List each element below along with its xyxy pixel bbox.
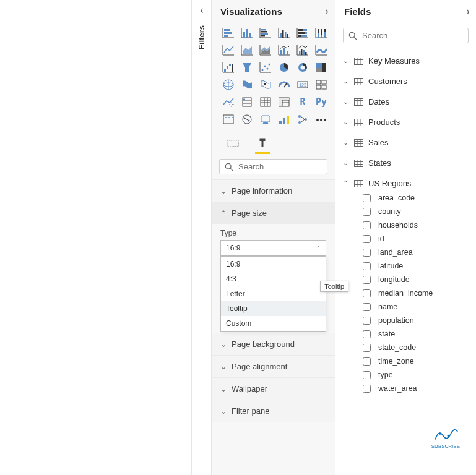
viz-funnel-icon[interactable] xyxy=(239,60,255,75)
format-search-input[interactable] xyxy=(238,162,342,171)
table-key-measures[interactable]: ⌄Key Measures xyxy=(335,53,476,69)
field-land_area[interactable]: land_area xyxy=(358,246,476,259)
viz-paginated-icon[interactable] xyxy=(220,112,236,127)
viz-map-icon[interactable] xyxy=(220,77,236,92)
viz-arcgis-icon[interactable] xyxy=(239,112,255,127)
viz-line-stacked-col-icon[interactable] xyxy=(276,43,292,58)
svg-rect-8 xyxy=(261,33,268,35)
viz-powerapps-icon[interactable] xyxy=(257,112,274,127)
format-search[interactable] xyxy=(219,159,327,174)
viz-gauge-icon[interactable] xyxy=(276,77,292,92)
fields-search-input[interactable] xyxy=(362,31,466,40)
viz-matrix-icon[interactable] xyxy=(276,95,292,109)
field-checkbox[interactable] xyxy=(363,235,371,243)
viz-multicard-icon[interactable] xyxy=(313,77,329,92)
viz-scatter-icon[interactable] xyxy=(257,60,274,75)
field-checkbox[interactable] xyxy=(363,303,371,311)
field-latitude[interactable]: latitude xyxy=(358,259,476,273)
page-information-section[interactable]: ⌄ Page information xyxy=(212,180,335,202)
viz-stacked-area-icon[interactable] xyxy=(257,43,274,58)
filters-expand-button[interactable]: ‹ xyxy=(200,4,202,17)
field-state_code[interactable]: state_code xyxy=(358,341,476,354)
viz-filled-map-icon[interactable] xyxy=(239,77,255,92)
field-checkbox[interactable] xyxy=(363,357,371,366)
field-type[interactable]: type xyxy=(358,368,476,382)
field-median_income[interactable]: median_income xyxy=(358,286,476,300)
field-checkbox[interactable] xyxy=(363,385,371,393)
wallpaper-section[interactable]: ⌄ Wallpaper xyxy=(212,378,335,400)
visualizations-collapse-button[interactable]: › xyxy=(326,5,328,18)
field-checkbox[interactable] xyxy=(363,317,371,325)
viz-treemap-icon[interactable] xyxy=(313,60,329,75)
viz-stacked-bar-icon[interactable] xyxy=(220,25,236,40)
field-checkbox[interactable] xyxy=(363,344,371,352)
field-longitude[interactable]: longitude xyxy=(358,273,476,286)
viz-decomp-icon[interactable] xyxy=(295,112,311,127)
field-checkbox[interactable] xyxy=(363,330,371,338)
table-customers[interactable]: ⌄Customers xyxy=(335,74,476,89)
filters-pane-label[interactable]: Filters xyxy=(197,25,206,49)
viz-qna-icon[interactable] xyxy=(313,112,329,127)
format-tab[interactable] xyxy=(254,134,271,152)
field-checkbox[interactable] xyxy=(363,249,371,257)
viz-line-icon[interactable] xyxy=(220,43,236,58)
fields-search[interactable] xyxy=(343,28,469,43)
svg-rect-39 xyxy=(232,64,233,72)
table-states[interactable]: ⌄States xyxy=(335,155,476,171)
field-label: median_income xyxy=(378,289,433,297)
field-state[interactable]: state xyxy=(358,327,476,341)
fields-tab[interactable] xyxy=(224,134,241,152)
field-checkbox[interactable] xyxy=(363,194,371,202)
viz-line-clustered-col-icon[interactable] xyxy=(295,43,311,58)
page-size-option-16-9[interactable]: 16:9 xyxy=(221,257,326,272)
field-id[interactable]: id xyxy=(358,232,476,246)
field-checkbox[interactable] xyxy=(363,221,371,229)
table-us-regions[interactable]: ⌃US Regions xyxy=(335,176,476,191)
viz-pie-icon[interactable] xyxy=(276,60,292,75)
viz-waterfall-icon[interactable] xyxy=(220,60,236,75)
field-population[interactable]: population xyxy=(358,314,476,327)
filter-pane-section[interactable]: ⌄ Filter pane xyxy=(212,400,335,422)
report-canvas[interactable] xyxy=(0,0,191,475)
page-size-option-letter[interactable]: Letter xyxy=(221,286,326,301)
viz-clustered-bar-icon[interactable] xyxy=(257,25,274,40)
page-background-section[interactable]: ⌄ Page background xyxy=(212,333,335,355)
field-name[interactable]: name xyxy=(358,300,476,314)
field-water_area[interactable]: water_area xyxy=(358,382,476,395)
filters-pane-collapsed: ‹ Filters xyxy=(191,0,211,475)
field-checkbox[interactable] xyxy=(363,371,371,379)
field-area_code[interactable]: area_code xyxy=(358,191,476,205)
viz-donut-icon[interactable] xyxy=(295,60,311,75)
field-checkbox[interactable] xyxy=(363,208,371,216)
viz-hundred-bar-icon[interactable] xyxy=(295,25,311,40)
field-households[interactable]: households xyxy=(358,218,476,232)
viz-hundred-column-icon[interactable] xyxy=(313,25,329,40)
viz-stacked-column-icon[interactable] xyxy=(239,25,255,40)
field-time_zone[interactable]: time_zone xyxy=(358,354,476,368)
page-size-option-4-3[interactable]: 4:3 xyxy=(221,272,326,286)
viz-more-icon[interactable]: Py xyxy=(313,95,329,109)
viz-area-icon[interactable] xyxy=(239,43,255,58)
viz-key-influencers-icon[interactable] xyxy=(276,112,292,127)
field-checkbox[interactable] xyxy=(363,262,371,270)
viz-clustered-column-icon[interactable] xyxy=(276,25,292,40)
field-checkbox[interactable] xyxy=(363,289,371,297)
field-checkbox[interactable] xyxy=(363,276,371,284)
table-dates[interactable]: ⌄Dates xyxy=(335,94,476,109)
page-alignment-section[interactable]: ⌄ Page alignment xyxy=(212,356,335,377)
viz-card-icon[interactable]: 123 xyxy=(295,77,311,92)
viz-more-icon[interactable]: R xyxy=(295,95,311,109)
viz-slicer-icon[interactable] xyxy=(239,95,255,109)
table-sales[interactable]: ⌄Sales xyxy=(335,135,476,150)
field-county[interactable]: county xyxy=(358,205,476,218)
page-size-option-tooltip[interactable]: Tooltip xyxy=(221,301,326,316)
fields-collapse-button[interactable]: › xyxy=(467,5,469,18)
viz-shape-map-icon[interactable] xyxy=(257,77,274,92)
page-size-section[interactable]: ⌃ Page size xyxy=(212,202,335,224)
page-size-option-custom[interactable]: Custom xyxy=(221,316,326,331)
viz-table-icon[interactable] xyxy=(257,95,274,109)
viz-ribbon-icon[interactable] xyxy=(313,43,329,58)
viz-kpi-icon[interactable] xyxy=(220,95,236,109)
page-size-type-select[interactable]: 16:9 ⌃ xyxy=(220,240,326,256)
table-products[interactable]: ⌄Products xyxy=(335,114,476,130)
